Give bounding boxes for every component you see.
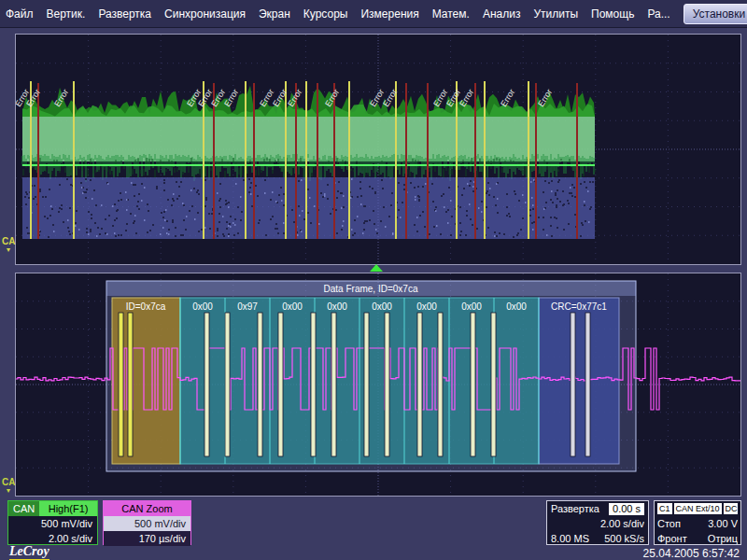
menu-item-measure[interactable]: Измерения [360, 7, 418, 21]
can-byte-label: 0x97 [237, 301, 258, 312]
channel-arrow-icon: ▼ [2, 486, 15, 495]
menu-item-cursors[interactable]: Курсоры [303, 7, 348, 21]
menu-item-trigger[interactable]: Синхронизация [164, 7, 246, 21]
timebase-descriptor[interactable]: Развертка 0.00 s 2.00 s/div 8.00 MS 500 … [546, 500, 649, 545]
lecroy-logo: LeCroy [9, 544, 49, 560]
setup-button[interactable]: Установки [684, 4, 747, 24]
can-byte-label: 0x00 [461, 301, 482, 312]
menu-bar: Файл Вертик. Развертка Синхронизация Экр… [0, 0, 747, 28]
crc-field-label: CRC=0x77c1 [551, 301, 607, 312]
menu-item-timebase[interactable]: Развертка [98, 7, 151, 21]
trigger-position-marker[interactable] [370, 264, 383, 272]
can-trace-plot: ErrorErrorErrorErrorErrorErrorErrorError… [16, 35, 740, 264]
can-channel-indicator[interactable]: CA ▼ [2, 237, 15, 254]
menu-item-display[interactable]: Экран [259, 7, 290, 21]
menu-item-more[interactable]: Ра... [647, 7, 669, 21]
trigger-slope-value: Отриц [708, 531, 738, 546]
can-trace-descriptor[interactable]: CAN High(F1) 500 mV/div 2.00 s/div [7, 500, 98, 545]
trigger-slope-label: Фронт [657, 531, 687, 546]
menu-item-help[interactable]: Помощь [591, 7, 634, 21]
can-byte-label: 0x00 [372, 301, 392, 312]
can-byte-label: 0x00 [506, 301, 527, 312]
can-byte-label: 0x00 [327, 301, 347, 312]
trigger-coupling-chip: DC [724, 503, 738, 514]
menu-item-file[interactable]: Файл [6, 7, 34, 21]
frame-title: Data Frame, ID=0x7ca [324, 284, 418, 294]
zoom-tdiv: 170 µs/div [104, 531, 190, 546]
can-vdiv: 500 mV/div [8, 516, 97, 531]
zoom-channel-indicator[interactable]: CA ▼ [2, 478, 15, 495]
menu-item-utilities[interactable]: Утилиты [533, 7, 578, 21]
trigger-level: 3.00 V [708, 516, 738, 531]
can-byte-label: 0x00 [192, 301, 213, 312]
zoom-descriptor-title: CAN Zoom [104, 501, 190, 516]
id-field-label: ID=0x7ca [126, 301, 166, 312]
can-descriptor-mode: High(F1) [39, 501, 97, 516]
menu-item-vertical[interactable]: Вертик. [47, 7, 86, 21]
trigger-type-chip: CAN Ext/10 [674, 503, 722, 514]
can-descriptor-title: CAN [8, 501, 39, 516]
channel-arrow-icon: ▼ [2, 245, 15, 254]
datetime-stamp: 25.04.2005 6:57:42 [643, 547, 740, 560]
trigger-descriptor[interactable]: C1 CAN Ext/10 DC Стоп 3.00 V Фронт Отриц [654, 500, 741, 545]
timebase-scale: 2.00 s/div [551, 516, 644, 531]
trigger-source-chip: C1 [657, 503, 672, 514]
timebase-sample-rate: 500 kS/s [604, 531, 644, 546]
menu-item-analysis[interactable]: Анализ [483, 7, 521, 21]
menu-item-math[interactable]: Матем. [432, 7, 470, 21]
trigger-state: Стоп [657, 516, 681, 531]
zoom-vdiv: 500 mV/div [104, 516, 190, 531]
main-graticule[interactable]: ErrorErrorErrorErrorErrorErrorErrorError… [15, 34, 741, 265]
zoom-graticule[interactable]: Data Frame, ID=0x7ca ID=0x7ca 0x000x970x… [15, 273, 741, 497]
timebase-delay-value: 0.00 s [609, 503, 644, 515]
can-byte-label: 0x00 [282, 301, 303, 312]
timebase-record-length: 8.00 MS [551, 531, 589, 546]
can-zoom-descriptor[interactable]: CAN Zoom 500 mV/div 170 µs/div [103, 500, 191, 545]
can-byte-label: 0x00 [416, 301, 437, 312]
can-zoom-plot: Data Frame, ID=0x7ca ID=0x7ca 0x000x970x… [16, 273, 740, 496]
timebase-label: Развертка [551, 501, 599, 516]
